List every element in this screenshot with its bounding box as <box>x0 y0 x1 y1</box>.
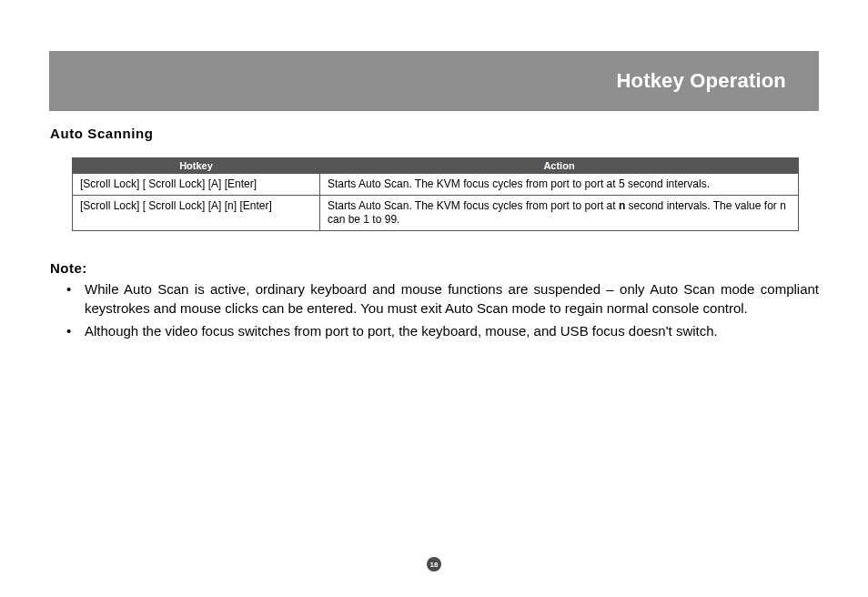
cell-action: Starts Auto Scan. The KVM focus cycles f… <box>320 174 799 196</box>
table-header-action: Action <box>320 158 799 174</box>
note-item: While Auto Scan is active, ordinary keyb… <box>50 279 819 318</box>
cell-action: Starts Auto Scan. The KVM focus cycles f… <box>320 196 799 231</box>
table-header-hotkey: Hotkey <box>73 158 320 174</box>
cell-hotkey: [Scroll Lock] [ Scroll Lock] [A] [n] [En… <box>73 196 320 231</box>
cell-hotkey: [Scroll Lock] [ Scroll Lock] [A] [Enter] <box>73 174 320 196</box>
action-text-pre: Starts Auto Scan. The KVM focus cycles f… <box>328 199 619 212</box>
note-item: Although the video focus switches from p… <box>50 321 819 340</box>
table-header-row: Hotkey Action <box>73 158 799 174</box>
page-number-badge: 18 <box>427 557 441 572</box>
note-label: Note: <box>50 258 819 278</box>
hotkey-table: Hotkey Action [Scroll Lock] [ Scroll Loc… <box>72 157 799 231</box>
page-number: 18 <box>430 561 439 569</box>
table-row: [Scroll Lock] [ Scroll Lock] [A] [Enter]… <box>73 174 799 196</box>
note-block: Note: While Auto Scan is active, ordinar… <box>50 258 819 344</box>
note-list: While Auto Scan is active, ordinary keyb… <box>50 279 819 340</box>
document-page: Hotkey Operation Auto Scanning Hotkey Ac… <box>0 0 868 597</box>
table-row: [Scroll Lock] [ Scroll Lock] [A] [n] [En… <box>73 196 799 231</box>
header-title: Hotkey Operation <box>616 69 786 93</box>
header-bar: Hotkey Operation <box>49 51 819 111</box>
section-title: Auto Scanning <box>50 126 154 141</box>
